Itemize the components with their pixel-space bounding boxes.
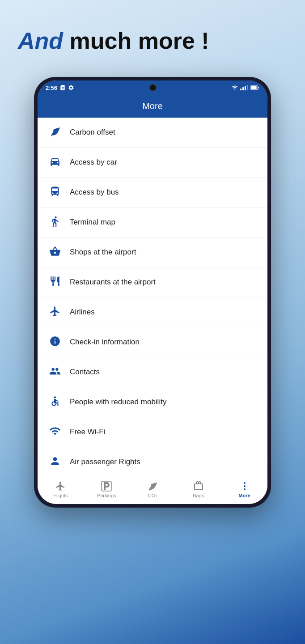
flights-nav-icon [55,481,66,491]
status-time: 2:56 [46,85,57,91]
menu-item-access-by-car[interactable]: Access by car [38,148,267,178]
airlines-icon [48,305,62,319]
status-bar: 2:56 [38,80,267,95]
menu-item-terminal-map[interactable]: Terminal map [38,208,267,237]
svg-point-3 [54,397,56,398]
mobility-icon [48,395,62,409]
parkings-nav-icon [101,481,112,491]
nav-item-more[interactable]: More [221,481,267,499]
settings-icon [68,85,74,91]
menu-item-restaurants[interactable]: Restaurants at the airport [38,267,267,297]
access-by-car-icon [48,156,62,169]
svg-rect-2 [258,87,259,89]
contacts-label: Contacts [70,368,100,377]
more-nav-icon [239,481,250,491]
hero-prefix: And [18,28,63,54]
menu-item-airlines[interactable]: Airlines [38,297,267,327]
camera-notch [149,84,157,91]
menu-item-checkin[interactable]: Check-in information [38,327,267,357]
menu-item-carbon-offset[interactable]: Carbon offset [38,118,267,148]
shops-label: Shops at the airport [70,248,136,257]
bags-nav-icon [193,481,204,491]
terminal-map-icon [48,216,62,229]
app-header: More [38,95,267,118]
more-nav-label: More [238,493,250,498]
shops-icon [48,246,62,259]
nav-item-co2[interactable]: CO₂ [130,481,176,499]
nav-item-flights[interactable]: Flights [38,481,84,499]
sim-icon [59,85,66,91]
menu-list: Carbon offset Access by car Access by bu… [38,118,267,477]
hero-heading: And much more ! [0,0,305,68]
checkin-icon [48,335,62,349]
menu-item-contacts[interactable]: Contacts [38,357,267,387]
menu-item-rights[interactable]: $ Air passenger Rights [38,447,267,477]
menu-item-mobility[interactable]: People with reduced mobility [38,387,267,417]
phone-mockup: 2:56 [34,77,271,508]
nav-item-bags[interactable]: Bags [175,481,221,499]
restaurants-icon [48,275,62,289]
contacts-icon [48,365,62,379]
access-by-car-label: Access by car [70,158,117,167]
parkings-nav-label: Parkings [97,493,116,498]
wifi-label: Free Wi-Fi [70,428,105,436]
passenger-rights-icon: $ [48,455,62,469]
access-by-bus-label: Access by bus [70,188,119,197]
free-wifi-icon [48,425,62,439]
svg-point-7 [244,485,246,487]
battery-icon [250,85,259,90]
menu-item-access-by-bus[interactable]: Access by bus [38,178,267,208]
app-title: More [142,101,163,111]
airlines-label: Airlines [70,308,95,317]
menu-item-wifi[interactable]: Free Wi-Fi [38,417,267,447]
nav-item-parkings[interactable]: Parkings [84,481,130,499]
status-right [232,85,259,91]
access-by-bus-icon [48,186,62,199]
restaurants-label: Restaurants at the airport [70,278,156,287]
carbon-offset-icon [48,126,62,139]
svg-text:$: $ [56,462,58,466]
svg-point-8 [244,488,246,490]
co2-nav-label: CO₂ [148,493,157,499]
signal-icon [240,85,248,90]
bottom-nav: Flights Parkings CO₂ Bags More [38,477,267,504]
mobility-label: People with reduced mobility [70,398,166,407]
flights-nav-label: Flights [53,493,68,498]
checkin-label: Check-in information [70,338,140,347]
rights-label: Air passenger Rights [70,458,140,466]
bags-nav-label: Bags [193,493,204,498]
hero-suffix: much more ! [63,28,209,54]
status-left: 2:56 [46,85,74,91]
co2-nav-icon [147,481,158,491]
menu-item-shops[interactable]: Shops at the airport [38,237,267,267]
svg-rect-1 [251,86,257,89]
wifi-status-icon [232,85,238,91]
phone-screen: 2:56 [38,80,267,504]
terminal-map-label: Terminal map [70,218,115,227]
carbon-offset-label: Carbon offset [70,128,115,137]
svg-point-6 [244,482,246,484]
